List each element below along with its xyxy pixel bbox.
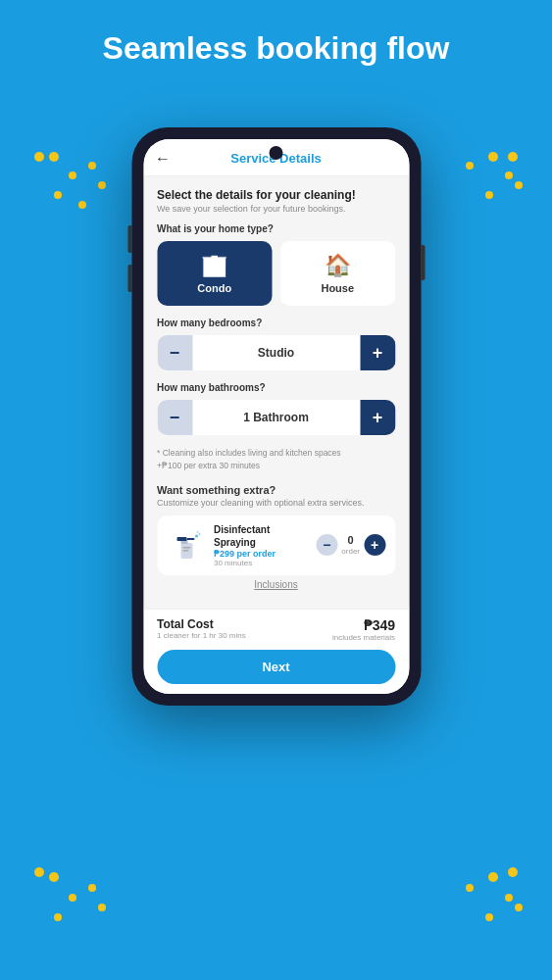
hero-title: Seamless booking flow [0, 29, 552, 67]
bedrooms-plus-button[interactable]: + [360, 335, 395, 370]
bathrooms-minus-button[interactable]: − [157, 400, 192, 435]
svg-point-4 [195, 535, 198, 538]
disinfectant-card: Disinfectant Spraying ₱299 per order 30 … [157, 515, 395, 575]
bathrooms-question: How many bathrooms? [157, 382, 395, 393]
bedrooms-value: Studio [192, 346, 360, 360]
svg-rect-8 [182, 550, 188, 552]
bedrooms-question: How many bedrooms? [157, 318, 395, 328]
bathrooms-plus-button[interactable]: + [360, 400, 395, 435]
extras-heading: Want something extra? [157, 484, 395, 496]
screen-body: Select the details for your cleaning! We… [143, 176, 409, 609]
total-sub: 1 cleaner for 1 hr 30 mins [157, 631, 246, 640]
disinfectant-controls: − 0 order + [316, 534, 385, 556]
total-label: Total Cost [157, 617, 246, 631]
total-note: includes materials [332, 633, 395, 642]
total-amount: ₱349 [332, 617, 395, 633]
home-type-row: 🏢 Condo 🏠 House [157, 241, 395, 306]
bottom-bar: Total Cost 1 cleaner for 1 hr 30 mins ₱3… [143, 609, 409, 694]
phone-screen: ← Service Details Select the details for… [143, 139, 409, 694]
main-sub: We save your selection for your future b… [157, 204, 395, 214]
volume-down-button [127, 265, 131, 292]
house-label: House [321, 282, 354, 294]
phone-notch [270, 146, 283, 160]
home-type-question: What is your home type? [157, 223, 395, 234]
next-button[interactable]: Next [157, 650, 395, 684]
total-left: Total Cost 1 cleaner for 1 hr 30 mins [157, 617, 246, 640]
disinfectant-price: ₱299 per order [214, 549, 308, 559]
disinfectant-info: Disinfectant Spraying ₱299 per order 30 … [214, 523, 308, 567]
inclusions-link[interactable]: Inclusions [157, 579, 395, 590]
svg-rect-7 [182, 547, 190, 549]
condo-card[interactable]: 🏢 Condo [157, 241, 273, 306]
svg-rect-3 [186, 538, 194, 540]
bathrooms-value: 1 Bathroom [192, 411, 360, 424]
extras-sub: Customize your cleaning with optional ex… [157, 498, 395, 508]
back-button[interactable]: ← [155, 150, 171, 168]
disinfectant-duration: 30 minutes [214, 559, 308, 567]
svg-point-6 [196, 531, 198, 533]
note-lines: * Cleaning also includes living and kitc… [157, 447, 395, 472]
condo-label: Condo [197, 282, 231, 294]
disinfectant-count: 0 [344, 534, 358, 546]
bathrooms-stepper: − 1 Bathroom + [157, 400, 395, 435]
main-heading: Select the details for your cleaning! [157, 188, 395, 202]
bedrooms-stepper: − Studio + [157, 335, 395, 370]
disinfectant-order-label: order [341, 547, 360, 556]
power-button [421, 245, 425, 280]
total-right: ₱349 includes materials [332, 617, 395, 642]
bedrooms-minus-button[interactable]: − [157, 335, 192, 370]
svg-rect-2 [176, 537, 186, 541]
house-card[interactable]: 🏠 House [280, 241, 396, 306]
disinfectant-name: Disinfectant Spraying [214, 523, 308, 549]
condo-icon: 🏢 [201, 253, 227, 278]
house-icon: 🏠 [325, 253, 351, 278]
disinfectant-minus-button[interactable]: − [316, 534, 337, 556]
volume-up-button [127, 225, 131, 253]
phone-frame: ← Service Details Select the details for… [131, 127, 421, 706]
total-row: Total Cost 1 cleaner for 1 hr 30 mins ₱3… [157, 617, 395, 642]
disinfectant-plus-button[interactable]: + [364, 534, 385, 556]
svg-point-5 [198, 533, 200, 535]
disinfectant-icon [167, 525, 206, 564]
